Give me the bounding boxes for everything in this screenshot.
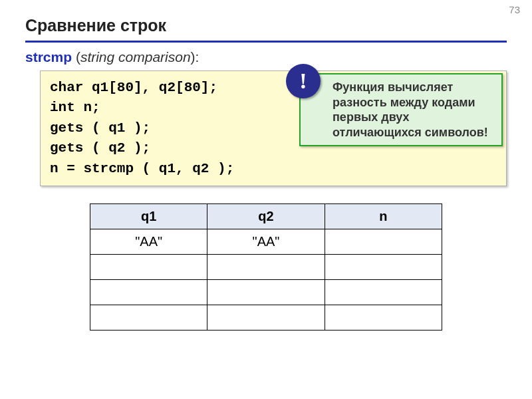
close-paren: ):	[191, 49, 200, 65]
slide-title: Сравнение строк	[25, 16, 532, 35]
code-area: char q1[80], q2[80]; int n; gets ( q1 );…	[40, 70, 507, 186]
code-line-3: gets ( q1 );	[50, 120, 150, 136]
code-line-2: int n;	[50, 100, 100, 115]
table-row	[90, 305, 442, 331]
function-name: strcmp	[25, 49, 72, 65]
table-cell: "AA"	[207, 229, 325, 255]
exclamation-icon: !	[286, 64, 321, 98]
code-line-5: n = strcmp ( q1, q2 );	[50, 161, 234, 176]
table-cell	[90, 305, 207, 331]
title-underline	[25, 41, 507, 43]
table-cell	[207, 255, 325, 280]
subtitle: strcmp (string comparison):	[25, 49, 532, 65]
table-cell	[325, 255, 442, 280]
table-cell	[207, 305, 325, 331]
comparison-table-wrap: q1 q2 n "AA" "AA"	[90, 203, 442, 331]
table-cell	[325, 305, 442, 331]
open-paren: (	[76, 49, 80, 65]
table-cell	[325, 280, 442, 305]
table-row: "AA" "AA"	[90, 229, 442, 255]
table-header-row: q1 q2 n	[90, 204, 442, 229]
function-desc: string comparison	[80, 49, 191, 65]
code-line-1: char q1[80], q2[80];	[50, 80, 217, 95]
col-q1: q1	[90, 204, 207, 229]
table-cell	[207, 280, 325, 305]
comparison-table: q1 q2 n "AA" "AA"	[90, 203, 442, 331]
code-line-4: gets ( q2 );	[50, 140, 150, 156]
col-q2: q2	[207, 204, 325, 229]
table-cell	[325, 229, 442, 255]
table-cell: "AA"	[90, 229, 207, 255]
table-row	[90, 280, 442, 305]
callout-text: Функция вычисляет разность между кодами …	[332, 80, 488, 139]
page-number: 73	[509, 4, 520, 15]
table-cell	[90, 280, 207, 305]
table-cell	[90, 255, 207, 280]
col-n: n	[325, 204, 442, 229]
table-row	[90, 255, 442, 280]
info-callout: ! Функция вычисляет разность между кодам…	[299, 73, 503, 146]
